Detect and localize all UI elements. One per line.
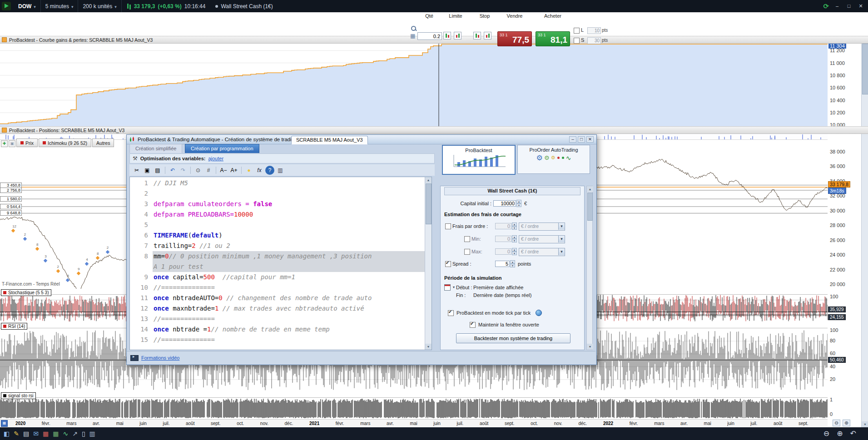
stop-points-checkbox[interactable] [574,38,580,44]
minimize-button[interactable] [833,3,841,10]
zoom-in-button[interactable]: ⊕ [843,420,850,426]
units-select[interactable]: 200 k unités [78,0,121,12]
rsi-label[interactable]: RSI (14) [1,323,27,330]
code-editor[interactable]: 1// DJI M523defparam cumulateorders = fa… [129,177,432,350]
font-increase-icon[interactable]: A+ [229,166,238,175]
code-lines[interactable]: 1// DJI M523defparam cumulateorders = fa… [130,178,425,350]
code-line[interactable]: 4defparam PRELOADBARS=10000 [130,209,425,220]
paste-icon[interactable]: ▤ [153,166,162,175]
tab-simple-creation[interactable]: Création simplifiée [129,144,182,153]
workspace-icon[interactable]: ◧ [4,428,10,440]
scroll-down-button[interactable] [587,344,593,350]
keep-open-checkbox[interactable] [470,322,476,328]
max-fee-input[interactable] [495,248,511,255]
code-line[interactable]: 3defparam cumulateorders = false [130,199,425,209]
fees-checkbox[interactable] [445,223,451,229]
add-chart-button[interactable]: ✚ [1,140,8,147]
timeframe-select[interactable]: 5 minutes [41,0,79,12]
sell-button[interactable]: 33 1 77,5 [497,31,532,46]
buy-button[interactable]: 33 1 81,1 [536,31,570,46]
code-line[interactable]: 15//============== [130,335,425,345]
buy-stop-button[interactable] [473,32,481,40]
calendar-icon[interactable] [444,284,451,291]
min-fee-input[interactable] [495,236,511,242]
redo-icon[interactable]: ↷ [179,166,188,175]
order-search-icon[interactable] [410,25,417,32]
vertical-scrollbar[interactable] [861,36,868,427]
document-icon[interactable]: ▤ [23,428,29,440]
equity-chart[interactable] [0,43,828,126]
cut-icon[interactable]: ✂ [132,166,141,175]
code-line[interactable]: 9once capital=500 //capital pour mm=1 [130,272,425,282]
pencil-icon[interactable]: ✎ [14,428,19,440]
export-icon[interactable]: ↗ [72,428,78,440]
add-variable-link[interactable]: ajouter [208,156,223,161]
dialog-minimize-button[interactable] [569,136,576,143]
scroll-up-button[interactable] [425,177,432,183]
stochastic-label[interactable]: Stochastique (5 5 3) [1,289,51,296]
scroll-down-button[interactable] [862,421,868,427]
code-line[interactable]: 7trailling=2 //1 ou 2 [130,241,425,251]
search-icon[interactable]: ⊙ [193,166,203,175]
code-line[interactable]: 2 [130,188,425,199]
zoom-out-button[interactable]: ⊖ [833,420,840,426]
order-grid-icon[interactable]: ▦ [410,33,415,39]
dialog-maximize-button[interactable] [578,136,585,143]
qty-input[interactable] [417,32,442,40]
variables-icon[interactable]: # [204,166,213,175]
spread-input[interactable] [495,261,510,267]
symbol-select[interactable]: DOW [14,0,41,12]
dialog-titlebar[interactable]: ProBacktest & Trading Automatique - Créa… [127,135,596,144]
pan-back-icon[interactable]: ↶ [850,428,856,440]
probacktest-card[interactable]: ProBacktest [442,145,516,175]
mail-icon[interactable]: ✉ [33,428,39,440]
refresh-icon[interactable]: ⟳ [823,2,829,10]
limit-points-checkbox[interactable] [574,28,580,34]
sell-limit-button[interactable] [454,32,461,40]
fees-input[interactable] [495,223,511,229]
capital-stepper[interactable] [516,200,521,207]
scrollbar-thumb[interactable] [426,183,432,224]
spread-stepper[interactable] [510,260,515,267]
proorder-card[interactable]: ProOrder AutoTrading ⚙ ⚙ ⚙ ∿ [517,145,590,174]
printer-icon[interactable]: ▥ [89,428,95,440]
code-line[interactable]: 8mm=0// 0 position minimum ,1 money mana… [130,251,425,272]
code-line[interactable]: 13//============== [130,314,425,324]
scrollbar-thumb[interactable] [862,44,868,94]
zoom-in-icon[interactable]: ⊕ [837,428,843,440]
buy-limit-button[interactable] [443,32,451,40]
code-line[interactable]: 5 [130,220,425,230]
close-button[interactable] [857,3,864,10]
snapshot-button[interactable]: ▣ [9,140,15,147]
code-line[interactable]: 11once nbtradeAUTO=0 // changement des n… [130,293,425,303]
scrollbar-thumb[interactable] [587,193,593,221]
tab-ichimoku-9-26-52-[interactable]: Ichimoku (9 26 52) [39,138,91,147]
heatmap-icon[interactable]: ▦ [43,428,49,440]
chart-icon[interactable]: ∿ [63,428,68,440]
maximize-button[interactable] [845,3,853,10]
limit-points-input[interactable] [587,27,601,34]
tab-programming-creation[interactable]: Création par programmation [185,144,259,153]
page-icon[interactable]: ▯ [82,428,85,440]
hint-icon[interactable]: ● [244,166,253,175]
sell-stop-button[interactable] [484,32,491,40]
table-icon[interactable]: ▦ [53,428,59,440]
code-line[interactable]: 12once maxnbtrade=1 // max trades avec n… [130,303,425,314]
font-decrease-icon[interactable]: A− [219,166,228,175]
zoom-out-icon[interactable]: ⊖ [823,428,829,440]
max-fee-unit-dropdown[interactable]: € / ordre [519,248,565,256]
code-line[interactable]: 10//============== [130,282,425,293]
min-fee-stepper[interactable] [512,235,517,242]
code-scrollbar[interactable] [425,177,432,350]
print-icon[interactable]: ▥ [276,166,285,175]
undo-icon[interactable]: ↶ [168,166,177,175]
tab-prix[interactable]: Prix [16,138,38,147]
code-line[interactable]: 14once nbtrade =1// nombre de trade en m… [130,324,425,335]
help-icon[interactable]: ? [265,166,274,175]
stop-points-input[interactable] [587,37,601,44]
run-backtest-button[interactable]: Backtester mon système de trading [456,333,570,343]
tab-autres[interactable]: Autres [92,138,114,147]
copy-icon[interactable]: ▣ [143,166,152,175]
min-fee-checkbox[interactable] [464,236,470,242]
fees-stepper[interactable] [512,222,517,230]
